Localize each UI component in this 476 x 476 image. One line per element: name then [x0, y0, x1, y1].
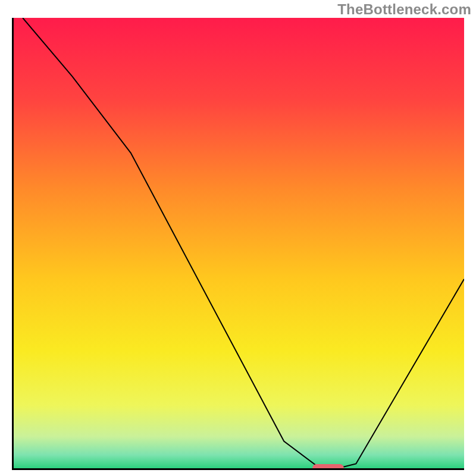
- optimal-point-marker: [312, 464, 344, 468]
- curve-line: [14, 18, 464, 468]
- bottleneck-chart: TheBottleneck.com: [0, 0, 476, 476]
- plot-area: [12, 18, 464, 470]
- watermark-text: TheBottleneck.com: [337, 1, 471, 18]
- plot-inner: [14, 18, 464, 468]
